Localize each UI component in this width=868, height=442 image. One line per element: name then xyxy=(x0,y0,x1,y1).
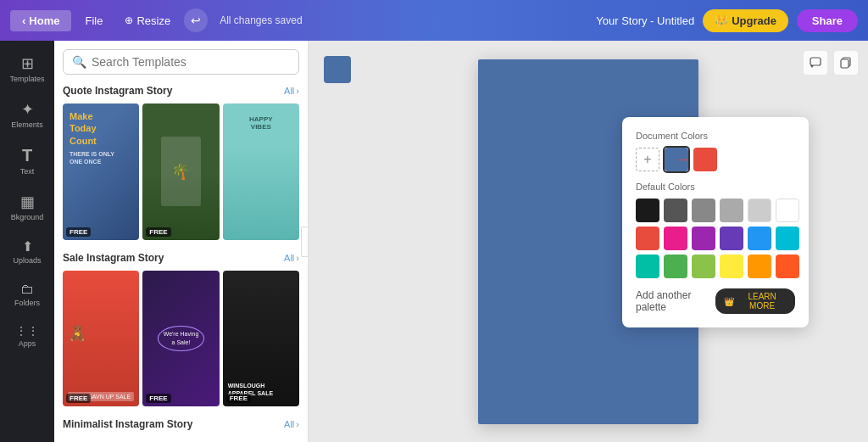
home-button[interactable]: ‹ Home xyxy=(10,10,71,31)
chevron-right-icon: › xyxy=(296,253,299,263)
default-color-swatch[interactable] xyxy=(776,227,799,250)
default-color-swatch[interactable] xyxy=(748,199,771,222)
chevron-right-icon: › xyxy=(296,419,299,429)
learn-more-button[interactable]: 👑 LEARN MORE xyxy=(715,288,795,314)
default-color-swatch[interactable] xyxy=(692,255,715,278)
templates-icon: ⊞ xyxy=(21,54,34,73)
default-color-swatch[interactable] xyxy=(636,199,659,222)
sidebar-item-templates[interactable]: ⊞ Templates xyxy=(3,48,51,90)
quote-templates-grid: MakeTodayCount THERE IS ONLYONE ONCE FRE… xyxy=(63,104,299,240)
text-label: Text xyxy=(20,167,35,176)
crown-icon-small: 👑 xyxy=(724,297,734,306)
sidebar-icons: ⊞ Templates ✦ Elements T Text ▦ Bkground… xyxy=(0,41,54,442)
sidebar-item-elements[interactable]: ✦ Elements xyxy=(3,93,51,136)
free-badge: FREE xyxy=(66,227,91,237)
search-box: 🔍 xyxy=(63,49,299,75)
undo-button[interactable]: ↩ xyxy=(184,8,208,32)
topbar-left: ‹ Home File ⊕ Resize ↩ All changes saved xyxy=(10,8,589,32)
canvas-area: Document Colors + → Default Colors xyxy=(309,41,868,442)
default-color-swatch[interactable] xyxy=(720,227,743,250)
background-label: Bkground xyxy=(11,213,44,221)
add-palette-row: Add another palette 👑 LEARN MORE xyxy=(636,288,795,314)
folders-label: Folders xyxy=(14,299,40,307)
template-card[interactable]: WINSLOUGHAPPAREL SALE FREE xyxy=(223,271,299,407)
template-card[interactable]: We're Havinga Sale! FREE xyxy=(142,271,219,407)
topbar-right: Your Story - Untitled 👑 Upgrade Share xyxy=(596,9,858,32)
selected-color-swatch[interactable] xyxy=(324,56,351,83)
template-card[interactable]: 🧸 $10 IS SAVN UP SALE FREE xyxy=(63,271,139,407)
elements-label: Elements xyxy=(11,120,43,129)
uploads-label: Uploads xyxy=(13,256,41,265)
red-arrow: → xyxy=(675,151,690,169)
sale-templates-grid: 🧸 $10 IS SAVN UP SALE FREE We're Havinga… xyxy=(63,271,299,407)
learn-more-label: LEARN MORE xyxy=(737,292,787,311)
default-color-swatch[interactable] xyxy=(664,199,687,222)
sidebar-item-text[interactable]: T Text xyxy=(3,139,51,182)
chevron-right-icon: › xyxy=(296,86,299,96)
share-label: Share xyxy=(812,14,843,27)
default-color-swatch[interactable] xyxy=(720,255,743,278)
default-color-swatch[interactable] xyxy=(720,199,743,222)
sidebar-item-folders[interactable]: 🗀 Folders xyxy=(3,275,51,314)
free-badge: FREE xyxy=(146,394,170,403)
default-color-swatch[interactable] xyxy=(776,199,799,222)
default-color-swatch[interactable] xyxy=(692,199,715,222)
default-color-swatch[interactable] xyxy=(636,255,659,278)
folders-icon: 🗀 xyxy=(20,282,34,297)
panel-collapse-button[interactable]: ‹ xyxy=(301,227,309,257)
minimalist-section-title: Minimalist Instagram Story xyxy=(63,418,192,430)
default-color-swatch[interactable] xyxy=(664,227,687,250)
doc-color-swatch-2[interactable] xyxy=(693,148,717,171)
default-colors-grid xyxy=(636,199,795,278)
sale-section-header: Sale Instagram Story All › xyxy=(63,252,299,264)
default-color-swatch[interactable] xyxy=(748,227,771,250)
minimalist-section-header: Minimalist Instagram Story All › xyxy=(63,418,299,430)
home-label: Home xyxy=(29,14,59,27)
document-colors-title: Document Colors xyxy=(636,131,795,141)
resize-label: Resize xyxy=(136,14,170,27)
template-card[interactable]: MakeTodayCount THERE IS ONLYONE ONCE FRE… xyxy=(63,104,139,240)
document-colors-row: + → xyxy=(636,148,795,171)
free-badge: FREE xyxy=(66,394,91,403)
sidebar-item-apps[interactable]: ⋮⋮ Apps xyxy=(3,317,51,355)
default-color-swatch[interactable] xyxy=(748,255,771,278)
search-input[interactable] xyxy=(92,55,290,69)
default-color-swatch[interactable] xyxy=(776,255,799,278)
saved-text: All changes saved xyxy=(220,14,302,26)
uploads-icon: ⬆ xyxy=(22,238,33,255)
text-icon: T xyxy=(22,146,32,165)
quote-section-header: Quote Instagram Story All › xyxy=(63,85,299,97)
free-badge: FREE xyxy=(226,394,251,403)
resize-menu[interactable]: ⊕ Resize xyxy=(116,10,179,31)
default-color-swatch[interactable] xyxy=(692,227,715,250)
elements-icon: ✦ xyxy=(21,100,34,119)
template-card[interactable]: 🌴 FREE xyxy=(142,104,219,240)
color-picker-popup: Document Colors + → Default Colors xyxy=(622,117,809,327)
quote-all-link[interactable]: All › xyxy=(284,86,299,96)
apps-label: Apps xyxy=(19,339,36,348)
templates-label: Templates xyxy=(9,75,44,83)
crown-icon: 👑 xyxy=(715,14,728,27)
free-badge: FREE xyxy=(146,227,170,237)
sidebar-item-uploads[interactable]: ⬆ Uploads xyxy=(3,232,51,271)
search-icon: 🔍 xyxy=(72,55,86,69)
topbar: ‹ Home File ⊕ Resize ↩ All changes saved… xyxy=(0,0,868,41)
default-color-swatch[interactable] xyxy=(664,255,687,278)
chevron-left-icon: ‹ xyxy=(22,14,25,27)
resize-icon: ⊕ xyxy=(125,14,133,26)
share-button[interactable]: Share xyxy=(797,9,858,32)
quote-section-title: Quote Instagram Story xyxy=(63,85,172,97)
minimalist-all-link[interactable]: All › xyxy=(284,419,299,429)
add-color-button[interactable]: + xyxy=(636,148,659,171)
upgrade-button[interactable]: 👑 Upgrade xyxy=(703,9,788,32)
upgrade-label: Upgrade xyxy=(732,14,776,27)
templates-panel: 🔍 Quote Instagram Story All › MakeTodayC… xyxy=(54,41,309,442)
sale-section-title: Sale Instagram Story xyxy=(63,252,164,264)
file-menu[interactable]: File xyxy=(76,10,111,31)
sidebar-item-background[interactable]: ▦ Bkground xyxy=(3,186,51,228)
file-label: File xyxy=(85,14,103,27)
sale-all-link[interactable]: All › xyxy=(284,253,299,263)
default-color-swatch[interactable] xyxy=(636,227,659,250)
template-card[interactable]: HAPPYVIBES xyxy=(223,104,299,240)
apps-icon: ⋮⋮ xyxy=(15,324,39,338)
